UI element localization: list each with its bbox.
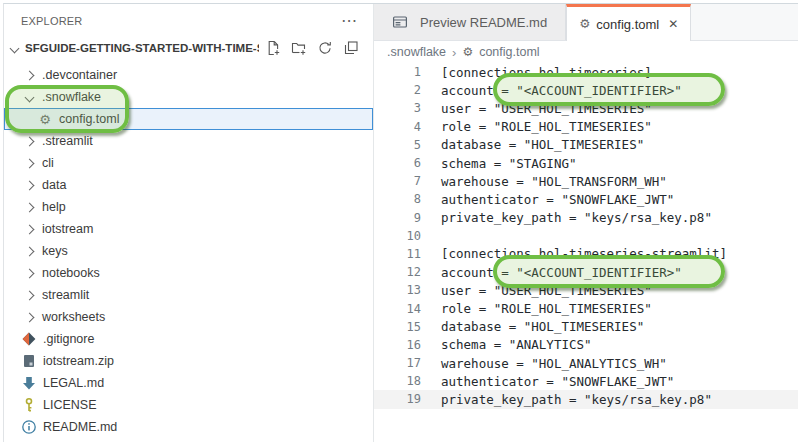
sidebar-item-worksheets[interactable]: worksheets	[4, 306, 373, 328]
markdown-down-arrow-icon	[21, 375, 37, 391]
tab-label: config.toml	[596, 17, 659, 32]
sidebar-item-cli[interactable]: cli	[4, 152, 373, 174]
code-line-18[interactable]: 18authenticator = "SNOWFLAKE_JWT"	[374, 372, 798, 390]
line-text: schema = "STAGING"	[421, 156, 576, 171]
sidebar-item-readme-md[interactable]: README.md	[4, 416, 373, 438]
code-line-11[interactable]: 11[connections.hol-timeseries-streamlit]	[374, 245, 798, 263]
chevron-down-icon	[25, 92, 35, 102]
gear-icon: ⚙	[462, 46, 473, 58]
breadcrumb-separator-icon: ›	[452, 45, 456, 60]
code-line-5[interactable]: 5database = "HOL_TIMESERIES"	[374, 136, 798, 154]
sidebar-item-label: config.toml	[59, 112, 119, 126]
chevron-right-icon	[25, 312, 35, 322]
sidebar-item-label: iotstream	[42, 222, 93, 236]
code-line-12[interactable]: 12account = "<ACCOUNT_IDENTIFIER>"	[374, 263, 798, 281]
sidebar-item-notebooks[interactable]: notebooks	[4, 262, 373, 284]
sidebar-item-keys[interactable]: keys	[4, 240, 373, 262]
chevron-right-icon	[25, 268, 35, 278]
line-text: user = "USER_HOL_TIMESERIES"	[421, 101, 652, 116]
line-number: 3	[374, 101, 421, 115]
line-number: 5	[374, 138, 421, 152]
line-text: authenticator = "SNOWFLAKE_JWT"	[421, 374, 674, 389]
new-folder-icon[interactable]	[291, 40, 307, 56]
workspace-root-label: SFGUIDE-GETTING-STARTED-WITH-TIME-S...	[25, 42, 259, 54]
sidebar-item-label: LICENSE	[43, 398, 97, 412]
sidebar-item-legal-md[interactable]: LEGAL.md	[4, 372, 373, 394]
sidebar-item-license[interactable]: LICENSE	[4, 394, 373, 416]
line-number: 1	[374, 65, 421, 79]
sidebar-item-data[interactable]: data	[4, 174, 373, 196]
sidebar-item-config-toml[interactable]: ⚙config.toml	[4, 108, 373, 130]
sidebar-item-gitignore[interactable]: .gitignore	[4, 328, 373, 350]
line-number: 2	[374, 83, 421, 97]
license-key-icon	[21, 397, 37, 413]
code-line-17[interactable]: 17warehouse = "HOL_ANALYTICS_WH"	[374, 354, 798, 372]
zip-file-icon	[21, 353, 37, 369]
close-tab-icon[interactable]: ✕	[668, 17, 678, 31]
line-number: 6	[374, 156, 421, 170]
sidebar-item-streamlit[interactable]: streamlit	[4, 284, 373, 306]
line-text: warehouse = "HOL_ANALYTICS_WH"	[421, 356, 667, 371]
code-line-2[interactable]: 2account = "<ACCOUNT_IDENTIFIER>"	[374, 81, 798, 99]
code-line-13[interactable]: 13user = "USER_HOL_TIMESERIES"	[374, 281, 798, 299]
editor-area: Preview README.md⚙config.toml✕ .snowflak…	[374, 4, 798, 442]
line-text: account = "<ACCOUNT_IDENTIFIER>"	[421, 83, 682, 98]
sidebar-item-iotstream-zip[interactable]: iotstream.zip	[4, 350, 373, 372]
code-line-16[interactable]: 16schema = "ANALYTICS"	[374, 336, 798, 354]
sidebar-item-label: .gitignore	[43, 332, 94, 346]
breadcrumb[interactable]: .snowflake › ⚙ config.toml	[374, 41, 798, 63]
sidebar-item-label: data	[42, 178, 66, 192]
code-line-8[interactable]: 8authenticator = "SNOWFLAKE_JWT"	[374, 190, 798, 208]
line-number: 18	[374, 374, 421, 388]
chevron-right-icon	[25, 136, 35, 146]
code-editor[interactable]: 1[connections.hol-timeseries]2account = …	[374, 63, 798, 442]
breadcrumb-file[interactable]: config.toml	[479, 45, 539, 59]
explorer-more-actions-icon[interactable]: ⋯	[341, 13, 357, 29]
code-line-19[interactable]: 19private_key_path = "keys/rsa_key.p8"	[374, 390, 798, 408]
code-line-7[interactable]: 7warehouse = "HOL_TRANSFORM_WH"	[374, 172, 798, 190]
sidebar-item-label: notebooks	[42, 266, 100, 280]
collapse-folders-icon[interactable]	[343, 40, 359, 56]
tab-bar: Preview README.md⚙config.toml✕	[374, 4, 798, 41]
line-number: 15	[374, 320, 421, 334]
sidebar-item-iotstream[interactable]: iotstream	[4, 218, 373, 240]
line-text: database = "HOL_TIMESERIES"	[421, 319, 644, 334]
refresh-icon[interactable]	[317, 40, 333, 56]
sidebar-item-label: .snowflake	[42, 90, 101, 104]
vscode-window: EXPLORER ⋯ SFGUIDE-GETTING-STARTED-WITH-…	[3, 3, 798, 442]
tab-preview-readme-md[interactable]: Preview README.md	[374, 4, 566, 40]
markdown-preview-icon	[392, 14, 408, 30]
explorer-header: EXPLORER ⋯	[4, 4, 373, 37]
code-line-15[interactable]: 15database = "HOL_TIMESERIES"	[374, 318, 798, 336]
chevron-right-icon	[25, 158, 35, 168]
line-number: 11	[374, 247, 421, 261]
line-text: authenticator = "SNOWFLAKE_JWT"	[421, 192, 674, 207]
tab-config-toml[interactable]: ⚙config.toml✕	[566, 4, 691, 41]
sidebar-item-streamlit[interactable]: .streamlit	[4, 130, 373, 152]
workspace-root-row[interactable]: SFGUIDE-GETTING-STARTED-WITH-TIME-S...	[4, 37, 373, 59]
tab-label: Preview README.md	[420, 15, 547, 30]
line-text: private_key_path = "keys/rsa_key.p8"	[421, 392, 712, 407]
file-tree: .devcontainer.snowflake⚙config.toml.stre…	[4, 59, 373, 442]
sidebar-item-help[interactable]: help	[4, 196, 373, 218]
line-number: 9	[374, 211, 421, 225]
code-line-6[interactable]: 6schema = "STAGING"	[374, 154, 798, 172]
gear-icon: ⚙	[579, 18, 590, 31]
code-line-3[interactable]: 3user = "USER_HOL_TIMESERIES"	[374, 99, 798, 117]
gear-icon: ⚙	[37, 111, 53, 127]
code-line-9[interactable]: 9private_key_path = "keys/rsa_key.p8"	[374, 209, 798, 227]
breadcrumb-folder[interactable]: .snowflake	[387, 45, 446, 59]
sidebar-item-devcontainer[interactable]: .devcontainer	[4, 64, 373, 86]
code-line-10[interactable]: 10	[374, 227, 798, 245]
line-text: private_key_path = "keys/rsa_key.p8"	[421, 210, 712, 225]
sidebar-item-snowflake[interactable]: .snowflake	[4, 86, 373, 108]
code-line-4[interactable]: 4role = "ROLE_HOL_TIMESERIES"	[374, 118, 798, 136]
sidebar-item-label: .streamlit	[42, 134, 93, 148]
code-line-14[interactable]: 14role = "ROLE_HOL_TIMESERIES"	[374, 299, 798, 317]
code-line-1[interactable]: 1[connections.hol-timeseries]	[374, 63, 798, 81]
info-icon	[21, 419, 37, 435]
new-file-icon[interactable]	[265, 40, 281, 56]
line-text: account = "<ACCOUNT_IDENTIFIER>"	[421, 265, 682, 280]
sidebar-item-label: keys	[42, 244, 68, 258]
line-text: [connections.hol-timeseries]	[421, 65, 652, 80]
